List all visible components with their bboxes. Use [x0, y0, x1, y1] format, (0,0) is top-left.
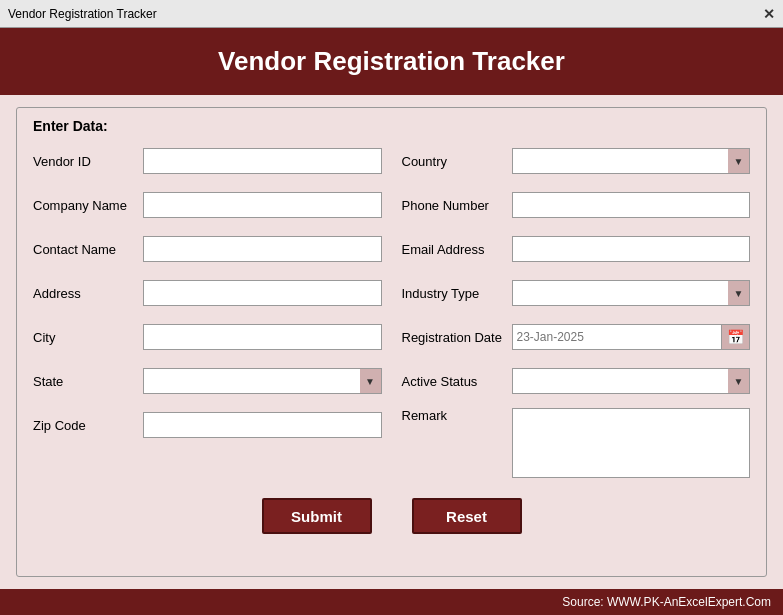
state-select-wrapper: ▼	[143, 368, 382, 394]
company-name-row: Company Name	[33, 188, 382, 222]
form-grid: Vendor ID Company Name Contact Name	[33, 144, 750, 488]
button-row: Submit Reset	[33, 498, 750, 534]
vendor-id-label: Vendor ID	[33, 154, 143, 169]
zip-code-row: Zip Code	[33, 408, 382, 442]
contact-name-input[interactable]	[143, 236, 382, 262]
industry-type-row: Industry Type ▼	[402, 276, 751, 310]
calendar-button[interactable]: 📅	[722, 324, 750, 350]
app-header: Vendor Registration Tracker	[0, 28, 783, 95]
registration-date-label: Registration Date	[402, 330, 512, 345]
country-row: Country ▼	[402, 144, 751, 178]
zip-code-input[interactable]	[143, 412, 382, 438]
group-label: Enter Data:	[33, 118, 750, 134]
city-label: City	[33, 330, 143, 345]
state-label: State	[33, 374, 143, 389]
email-address-label: Email Address	[402, 242, 512, 257]
vendor-id-row: Vendor ID	[33, 144, 382, 178]
country-label: Country	[402, 154, 512, 169]
state-select[interactable]	[143, 368, 382, 394]
address-row: Address	[33, 276, 382, 310]
state-row: State ▼	[33, 364, 382, 398]
country-select-wrapper: ▼	[512, 148, 751, 174]
email-address-input[interactable]	[512, 236, 751, 262]
registration-date-input[interactable]	[512, 324, 723, 350]
zip-code-label: Zip Code	[33, 418, 143, 433]
date-wrapper: 📅	[512, 324, 751, 350]
close-button[interactable]: ✕	[763, 7, 775, 21]
main-window: Vendor Registration Tracker ✕ Vendor Reg…	[0, 0, 783, 615]
contact-name-row: Contact Name	[33, 232, 382, 266]
city-row: City	[33, 320, 382, 354]
contact-name-label: Contact Name	[33, 242, 143, 257]
footer: Source: WWW.PK-AnExcelExpert.Com	[0, 589, 783, 615]
address-label: Address	[33, 286, 143, 301]
content-area: Enter Data: Vendor ID Company Name	[0, 95, 783, 589]
city-input[interactable]	[143, 324, 382, 350]
company-name-input[interactable]	[143, 192, 382, 218]
industry-type-select-wrapper: ▼	[512, 280, 751, 306]
app-title: Vendor Registration Tracker	[218, 46, 565, 76]
registration-date-row: Registration Date 📅	[402, 320, 751, 354]
remark-textarea[interactable]	[512, 408, 751, 478]
active-status-row: Active Status ▼	[402, 364, 751, 398]
country-select[interactable]	[512, 148, 751, 174]
vendor-id-input[interactable]	[143, 148, 382, 174]
active-status-select-wrapper: ▼	[512, 368, 751, 394]
remark-label: Remark	[402, 408, 512, 423]
title-bar: Vendor Registration Tracker ✕	[0, 0, 783, 28]
industry-type-label: Industry Type	[402, 286, 512, 301]
company-name-label: Company Name	[33, 198, 143, 213]
reset-button[interactable]: Reset	[412, 498, 522, 534]
left-column: Vendor ID Company Name Contact Name	[33, 144, 382, 488]
active-status-select[interactable]	[512, 368, 751, 394]
title-bar-text: Vendor Registration Tracker	[8, 7, 157, 21]
phone-number-input[interactable]	[512, 192, 751, 218]
industry-type-select[interactable]	[512, 280, 751, 306]
email-address-row: Email Address	[402, 232, 751, 266]
remark-row: Remark	[402, 408, 751, 478]
phone-number-label: Phone Number	[402, 198, 512, 213]
submit-button[interactable]: Submit	[262, 498, 372, 534]
phone-number-row: Phone Number	[402, 188, 751, 222]
form-group-box: Enter Data: Vendor ID Company Name	[16, 107, 767, 577]
right-column: Country ▼ Phone Number	[402, 144, 751, 488]
footer-text: Source: WWW.PK-AnExcelExpert.Com	[562, 595, 771, 609]
active-status-label: Active Status	[402, 374, 512, 389]
address-input[interactable]	[143, 280, 382, 306]
